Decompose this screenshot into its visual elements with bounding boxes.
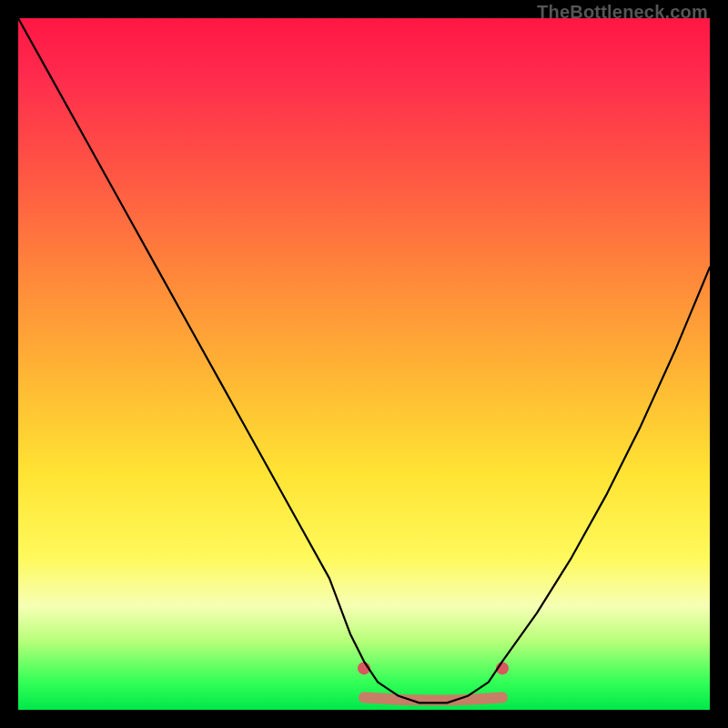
- plot-area: [18, 18, 710, 710]
- watermark-text: TheBottleneck.com: [537, 2, 708, 23]
- chart-frame: TheBottleneck.com: [0, 0, 728, 728]
- optimal-band: [364, 698, 502, 701]
- bottleneck-curve: [18, 18, 710, 703]
- curve-layer: [18, 18, 710, 710]
